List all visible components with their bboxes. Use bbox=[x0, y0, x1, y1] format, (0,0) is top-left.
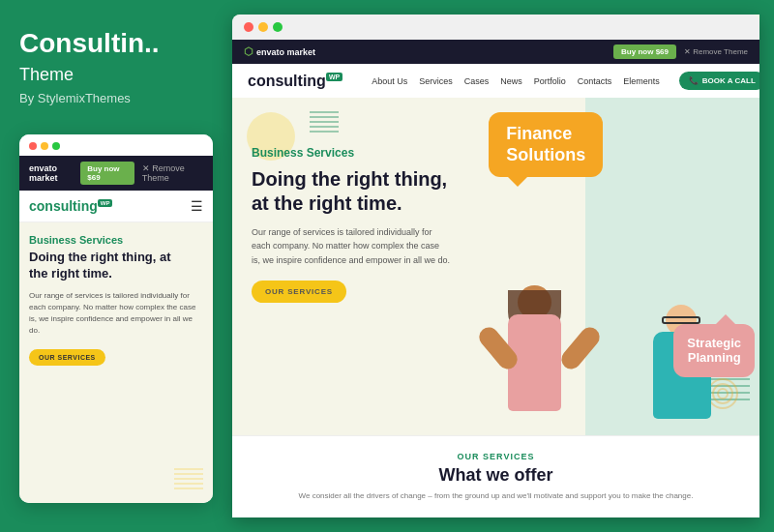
nav-news[interactable]: News bbox=[500, 76, 522, 86]
theme-author: By StylemixThemes bbox=[19, 91, 213, 105]
desktop-navbar: consultingWP About Us Services Cases New… bbox=[232, 64, 759, 98]
nav-contacts[interactable]: Contacts bbox=[578, 76, 612, 86]
nav-cases[interactable]: Cases bbox=[464, 76, 490, 86]
desktop-topbar-right: Buy now $69 ✕ Remove Theme bbox=[613, 44, 748, 59]
close-button-mobile[interactable]: ✕ Remove Theme bbox=[142, 163, 203, 183]
what-we-offer-heading: What we offer bbox=[252, 465, 740, 486]
mobile-hero: Business Services Doing the right thing,… bbox=[19, 222, 213, 503]
orange-bubble: Finance Solutions bbox=[489, 112, 603, 177]
mobile-preview: envato market Buy now $69 ✕ Remove Theme… bbox=[19, 134, 213, 503]
green-dot bbox=[52, 142, 60, 150]
desktop-nav-links: About Us Services Cases News Portfolio C… bbox=[372, 76, 660, 86]
our-services-label: OUR SERVICES bbox=[252, 452, 740, 461]
desktop-hero: Business Services Doing the right thing,… bbox=[232, 98, 759, 435]
mobile-business-services: Business Services bbox=[29, 234, 203, 246]
mobile-deco-stripes bbox=[174, 464, 203, 493]
mobile-hero-text: Our range of services is tailored indivi… bbox=[29, 290, 203, 337]
nav-services[interactable]: Services bbox=[419, 76, 453, 86]
envato-logo: envato market bbox=[29, 163, 80, 183]
yellow-dot bbox=[41, 142, 48, 150]
desktop-red-dot bbox=[244, 22, 253, 32]
desktop-business-services: Business Services bbox=[252, 146, 450, 160]
desktop-bottom-section: OUR SERVICES What we offer We consider a… bbox=[232, 435, 759, 517]
theme-subtitle: Theme bbox=[19, 65, 213, 85]
desktop-logo: consultingWP bbox=[248, 73, 342, 90]
desktop-envato-logo: ⬡ envato market bbox=[244, 45, 315, 58]
nav-about-us[interactable]: About Us bbox=[372, 76, 407, 86]
person-woman bbox=[498, 285, 580, 435]
desktop-hero-left: Business Services Doing the right thing,… bbox=[232, 98, 469, 435]
desktop-green-dot bbox=[273, 22, 283, 32]
mobile-topbar: envato market Buy now $69 ✕ Remove Theme bbox=[19, 156, 213, 191]
right-panel: ⬡ envato market Buy now $69 ✕ Remove The… bbox=[232, 15, 759, 517]
remove-preview[interactable]: ✕ Remove Theme bbox=[684, 47, 748, 56]
theme-title: Consultin.. bbox=[19, 29, 213, 59]
buy-button-mobile[interactable]: Buy now $69 bbox=[80, 162, 134, 185]
desktop-traffic-dots bbox=[232, 15, 759, 40]
mobile-traffic-dots bbox=[19, 134, 213, 156]
mobile-nav: consultingWP ☰ bbox=[19, 191, 213, 222]
phone-icon: 📞 bbox=[689, 76, 699, 85]
buy-button-desktop[interactable]: Buy now $69 bbox=[613, 44, 676, 59]
nav-portfolio[interactable]: Portfolio bbox=[534, 76, 566, 86]
left-panel: Consultin.. Theme By StylemixThemes enva… bbox=[0, 0, 232, 532]
desktop-yellow-dot bbox=[258, 22, 268, 32]
desktop-topbar: ⬡ envato market Buy now $69 ✕ Remove The… bbox=[232, 40, 759, 64]
what-we-offer-text: We consider all the drivers of change – … bbox=[252, 490, 740, 502]
desktop-our-services-button[interactable]: OUR SERVICES bbox=[252, 281, 346, 303]
book-call-button[interactable]: 📞 BOOK A CALL bbox=[679, 72, 759, 90]
pink-bubble: Strategic Planning bbox=[673, 324, 755, 377]
mobile-our-services-button[interactable]: OUR SERVICES bbox=[29, 349, 105, 366]
desktop-hero-heading: Doing the right thing,at the right time. bbox=[252, 167, 450, 216]
hamburger-menu[interactable]: ☰ bbox=[191, 198, 203, 214]
envato-icon: ⬡ bbox=[244, 45, 253, 58]
red-dot bbox=[29, 142, 37, 150]
desktop-hero-right: Finance Solutions bbox=[469, 98, 759, 435]
nav-elements[interactable]: Elements bbox=[623, 76, 660, 86]
mobile-hero-heading: Doing the right thing, at the right time… bbox=[29, 250, 203, 282]
mobile-logo: consultingWP bbox=[29, 198, 112, 214]
desktop-hero-text: Our range of services is tailored indivi… bbox=[252, 225, 450, 267]
